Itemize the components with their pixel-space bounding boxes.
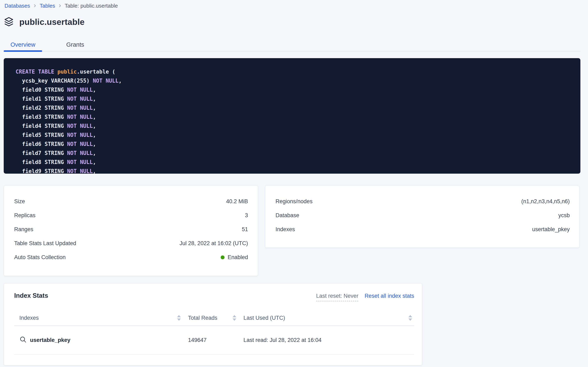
sql-line: field8 STRING NOT NULL, — [16, 158, 572, 167]
sql-line: field7 STRING NOT NULL, — [16, 149, 572, 158]
stat-row: Size40.2 MiB — [14, 194, 248, 208]
breadcrumb: Databases › Tables › Table: public.usert… — [5, 2, 118, 9]
sql-token: , — [93, 168, 96, 174]
last-reset-label: Last reset: Never — [316, 293, 358, 301]
index-name-wrap: usertable_pkey — [19, 336, 70, 345]
stat-label: Table Stats Last Updated — [14, 240, 76, 247]
table-info-rows: Regions/nodes(n1,n2,n3,n4,n5,n6)Database… — [275, 194, 570, 236]
tab-overview-label: Overview — [10, 41, 35, 48]
sql-token: CREATE TABLE — [16, 69, 58, 75]
reset-index-stats-link[interactable]: Reset all index stats — [364, 293, 414, 299]
table-stats-rows: Size40.2 MiBReplicas3Ranges51Table Stats… — [14, 194, 248, 264]
stat-row: Databaseycsb — [275, 208, 570, 222]
sql-token: NOT NULL — [67, 132, 93, 138]
stat-value-text: usertable_pkey — [532, 226, 570, 233]
sql-token: NOT NULL — [67, 150, 93, 156]
table-details-page: Databases › Tables › Table: public.usert… — [0, 0, 588, 367]
sql-token: , — [93, 114, 96, 120]
index-name-cell: usertable_pkey — [14, 336, 183, 345]
index-table-head: IndexesTotal ReadsLast Used (UTC) — [14, 310, 414, 326]
sql-token: field5 STRING — [16, 132, 67, 138]
sql-token: , — [93, 132, 96, 138]
sql-token: field6 STRING — [16, 141, 67, 147]
sql-token: field0 STRING — [16, 87, 67, 93]
sql-token: public — [58, 69, 77, 75]
chevron-right-icon: › — [34, 2, 36, 9]
index-stats-table: IndexesTotal ReadsLast Used (UTC) userta… — [14, 310, 414, 355]
stat-value: (n1,n2,n3,n4,n5,n6) — [521, 198, 570, 205]
tab-grants-label: Grants — [66, 41, 84, 48]
sql-token: field7 STRING — [16, 150, 67, 156]
sql-token: field3 STRING — [16, 114, 67, 120]
sql-token: , — [93, 123, 96, 129]
sql-token: NOT NULL — [93, 78, 118, 84]
stat-row: Auto Stats CollectionEnabled — [14, 250, 248, 264]
magnifier-icon — [19, 336, 27, 345]
sql-token: NOT NULL — [67, 141, 93, 147]
index-stats-header: Index Stats Last reset: Never Reset all … — [14, 292, 414, 301]
total-reads-value: 149647 — [188, 337, 207, 343]
stat-row: Ranges51 — [14, 222, 248, 236]
stat-row: Replicas3 — [14, 208, 248, 222]
status-dot-green-icon — [221, 255, 224, 259]
sql-token: , — [93, 150, 96, 156]
stat-value-text: Enabled — [228, 254, 248, 260]
breadcrumb-link-tables[interactable]: Tables — [40, 3, 55, 9]
stat-value: Enabled — [221, 254, 248, 260]
stat-value-text: Jul 28, 2022 at 16:02 (UTC) — [180, 240, 248, 247]
table-stats-card: Size40.2 MiBReplicas3Ranges51Table Stats… — [4, 185, 258, 276]
column-header-label: Total Reads — [188, 315, 217, 321]
total-reads-cell: 149647 — [183, 337, 238, 343]
sql-token: NOT NULL — [67, 96, 93, 102]
stack-icon — [4, 17, 14, 27]
sort-icon[interactable] — [232, 315, 236, 321]
stat-value: ycsb — [558, 212, 570, 219]
tab-grants[interactable]: Grants — [53, 38, 98, 51]
table-info-card: Regions/nodes(n1,n2,n3,n4,n5,n6)Database… — [265, 185, 579, 248]
create-table-sql-block: CREATE TABLE public.usertable ( ycsb_key… — [4, 58, 580, 174]
sql-token: ycsb_key VARCHAR(255) — [16, 78, 93, 84]
sql-token: NOT NULL — [67, 159, 93, 165]
breadcrumb-link-databases[interactable]: Databases — [5, 3, 30, 9]
sql-token: , — [93, 159, 96, 165]
sql-token: , — [118, 78, 122, 84]
stat-value-text: 3 — [245, 212, 248, 219]
column-header-label: Indexes — [19, 315, 39, 321]
stat-row: Table Stats Last UpdatedJul 28, 2022 at … — [14, 236, 248, 250]
tab-bar: Overview Grants — [4, 38, 580, 51]
sql-line: field1 STRING NOT NULL, — [16, 94, 572, 103]
index-name-link[interactable]: usertable_pkey — [30, 337, 70, 343]
sort-icon[interactable] — [408, 315, 412, 321]
sql-token: field2 STRING — [16, 105, 67, 111]
stat-label: Auto Stats Collection — [14, 254, 66, 260]
sql-line: field5 STRING NOT NULL, — [16, 131, 572, 140]
stat-value-text: ycsb — [558, 212, 570, 219]
breadcrumb-current: Table: public.usertable — [65, 3, 118, 9]
stat-row: Regions/nodes(n1,n2,n3,n4,n5,n6) — [275, 194, 570, 208]
sql-code: CREATE TABLE public.usertable ( ycsb_key… — [16, 67, 572, 174]
index-stats-actions: Last reset: Never Reset all index stats — [316, 293, 414, 301]
sql-token: NOT NULL — [67, 123, 93, 129]
tab-overview[interactable]: Overview — [4, 38, 42, 51]
sql-token: , — [93, 96, 96, 102]
sort-icon[interactable] — [177, 315, 181, 321]
page-header: public.usertable — [4, 17, 85, 27]
column-header-label: Last Used (UTC) — [243, 315, 285, 321]
sql-line: CREATE TABLE public.usertable ( — [16, 67, 572, 76]
index-stats-title: Index Stats — [14, 292, 48, 299]
index-table-row: usertable_pkey149647Last read: Jul 28, 2… — [14, 326, 414, 355]
stat-value-text: 40.2 MiB — [226, 198, 248, 205]
stat-label: Ranges — [14, 226, 33, 233]
sql-token: NOT NULL — [67, 114, 93, 120]
stat-label: Size — [14, 198, 25, 205]
last-used-cell: Last read: Jul 28, 2022 at 16:04 — [238, 337, 414, 343]
stat-value-text: 51 — [242, 226, 248, 233]
sql-token: , — [93, 105, 96, 111]
sql-token: , — [93, 87, 96, 93]
column-header-total-reads: Total Reads — [183, 315, 238, 321]
page-title: public.usertable — [19, 17, 85, 27]
stat-value: Jul 28, 2022 at 16:02 (UTC) — [180, 240, 248, 247]
stat-row: Indexesusertable_pkey — [275, 222, 570, 236]
index-stats-card: Index Stats Last reset: Never Reset all … — [4, 283, 422, 365]
sql-line: field6 STRING NOT NULL, — [16, 140, 572, 149]
